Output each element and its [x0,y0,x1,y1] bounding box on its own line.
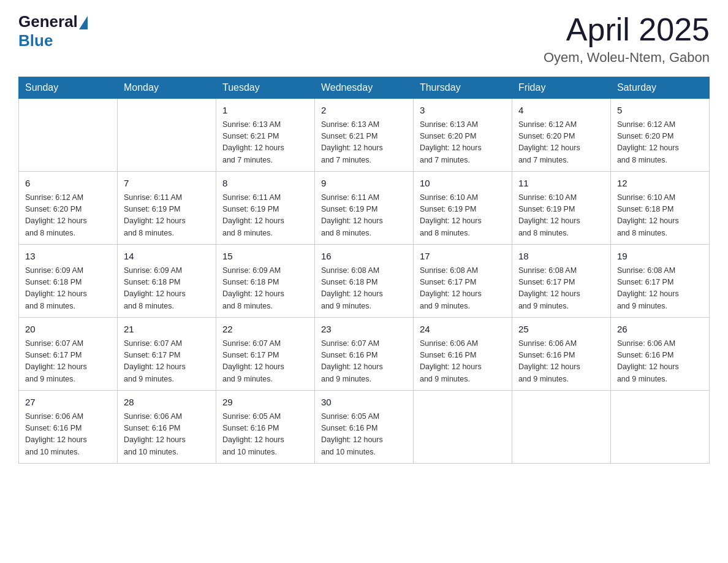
day-info: Sunrise: 6:08 AM Sunset: 6:17 PM Dayligh… [617,265,703,313]
calendar-cell: 5Sunrise: 6:12 AM Sunset: 6:20 PM Daylig… [610,99,709,172]
calendar-cell: 2Sunrise: 6:13 AM Sunset: 6:21 PM Daylig… [314,99,413,172]
day-info: Sunrise: 6:12 AM Sunset: 6:20 PM Dayligh… [518,119,604,167]
weekday-header-wednesday: Wednesday [314,77,413,99]
calendar-cell: 21Sunrise: 6:07 AM Sunset: 6:17 PM Dayli… [117,318,216,391]
weekday-header-friday: Friday [512,77,610,99]
day-info: Sunrise: 6:11 AM Sunset: 6:19 PM Dayligh… [222,192,308,240]
day-info: Sunrise: 6:08 AM Sunset: 6:18 PM Dayligh… [321,265,407,313]
day-info: Sunrise: 6:13 AM Sunset: 6:21 PM Dayligh… [321,119,407,167]
calendar-week-row: 13Sunrise: 6:09 AM Sunset: 6:18 PM Dayli… [19,245,710,318]
day-info: Sunrise: 6:05 AM Sunset: 6:16 PM Dayligh… [321,411,407,459]
calendar-cell: 10Sunrise: 6:10 AM Sunset: 6:19 PM Dayli… [413,172,512,245]
day-number: 16 [321,250,407,264]
day-number: 7 [124,177,210,191]
day-number: 14 [124,250,210,264]
day-number: 26 [617,323,703,337]
calendar-cell: 3Sunrise: 6:13 AM Sunset: 6:20 PM Daylig… [413,99,512,172]
calendar-cell: 24Sunrise: 6:06 AM Sunset: 6:16 PM Dayli… [413,318,512,391]
day-number: 6 [25,177,111,191]
calendar-cell: 14Sunrise: 6:09 AM Sunset: 6:18 PM Dayli… [117,245,216,318]
weekday-header-thursday: Thursday [413,77,512,99]
day-info: Sunrise: 6:09 AM Sunset: 6:18 PM Dayligh… [222,265,308,313]
weekday-header-monday: Monday [117,77,216,99]
day-info: Sunrise: 6:05 AM Sunset: 6:16 PM Dayligh… [222,411,308,459]
day-number: 17 [420,250,506,264]
calendar-week-row: 6Sunrise: 6:12 AM Sunset: 6:20 PM Daylig… [19,172,710,245]
day-number: 30 [321,396,407,410]
day-info: Sunrise: 6:08 AM Sunset: 6:17 PM Dayligh… [518,265,604,313]
day-info: Sunrise: 6:13 AM Sunset: 6:21 PM Dayligh… [222,119,308,167]
day-number: 1 [222,104,308,118]
day-number: 20 [25,323,111,337]
day-info: Sunrise: 6:06 AM Sunset: 6:16 PM Dayligh… [124,411,210,459]
calendar-cell: 26Sunrise: 6:06 AM Sunset: 6:16 PM Dayli… [610,318,709,391]
day-info: Sunrise: 6:08 AM Sunset: 6:17 PM Dayligh… [420,265,506,313]
day-number: 23 [321,323,407,337]
day-number: 3 [420,104,506,118]
calendar-cell: 4Sunrise: 6:12 AM Sunset: 6:20 PM Daylig… [512,99,610,172]
day-info: Sunrise: 6:07 AM Sunset: 6:16 PM Dayligh… [321,338,407,386]
calendar-cell: 23Sunrise: 6:07 AM Sunset: 6:16 PM Dayli… [314,318,413,391]
calendar-cell: 22Sunrise: 6:07 AM Sunset: 6:17 PM Dayli… [216,318,314,391]
calendar-cell [413,391,512,464]
day-number: 25 [518,323,604,337]
day-info: Sunrise: 6:06 AM Sunset: 6:16 PM Dayligh… [617,338,703,386]
calendar-cell: 27Sunrise: 6:06 AM Sunset: 6:16 PM Dayli… [19,391,118,464]
calendar-cell: 8Sunrise: 6:11 AM Sunset: 6:19 PM Daylig… [216,172,314,245]
day-number: 4 [518,104,604,118]
calendar-cell: 1Sunrise: 6:13 AM Sunset: 6:21 PM Daylig… [216,99,314,172]
day-info: Sunrise: 6:07 AM Sunset: 6:17 PM Dayligh… [25,338,111,386]
logo-blue-text: Blue [18,31,53,50]
day-info: Sunrise: 6:09 AM Sunset: 6:18 PM Dayligh… [25,265,111,313]
calendar-week-row: 20Sunrise: 6:07 AM Sunset: 6:17 PM Dayli… [19,318,710,391]
weekday-header-sunday: Sunday [19,77,118,99]
day-number: 28 [124,396,210,410]
day-number: 24 [420,323,506,337]
day-number: 5 [617,104,703,118]
day-info: Sunrise: 6:10 AM Sunset: 6:19 PM Dayligh… [518,192,604,240]
logo-triangle-icon [79,16,88,29]
logo-general-text: General [18,12,78,31]
day-number: 18 [518,250,604,264]
calendar-week-row: 27Sunrise: 6:06 AM Sunset: 6:16 PM Dayli… [19,391,710,464]
calendar-cell: 17Sunrise: 6:08 AM Sunset: 6:17 PM Dayli… [413,245,512,318]
month-title: April 2025 [544,12,710,47]
calendar-cell [512,391,610,464]
day-number: 2 [321,104,407,118]
day-info: Sunrise: 6:07 AM Sunset: 6:17 PM Dayligh… [124,338,210,386]
day-number: 12 [617,177,703,191]
day-number: 22 [222,323,308,337]
day-info: Sunrise: 6:13 AM Sunset: 6:20 PM Dayligh… [420,119,506,167]
day-number: 8 [222,177,308,191]
weekday-header-row: SundayMondayTuesdayWednesdayThursdayFrid… [19,77,710,99]
day-info: Sunrise: 6:06 AM Sunset: 6:16 PM Dayligh… [420,338,506,386]
day-info: Sunrise: 6:11 AM Sunset: 6:19 PM Dayligh… [124,192,210,240]
calendar-cell: 15Sunrise: 6:09 AM Sunset: 6:18 PM Dayli… [216,245,314,318]
calendar-cell: 25Sunrise: 6:06 AM Sunset: 6:16 PM Dayli… [512,318,610,391]
calendar-cell: 28Sunrise: 6:06 AM Sunset: 6:16 PM Dayli… [117,391,216,464]
day-info: Sunrise: 6:10 AM Sunset: 6:18 PM Dayligh… [617,192,703,240]
calendar-cell: 16Sunrise: 6:08 AM Sunset: 6:18 PM Dayli… [314,245,413,318]
title-section: April 2025 Oyem, Woleu-Ntem, Gabon [544,12,710,66]
day-number: 15 [222,250,308,264]
calendar-cell: 11Sunrise: 6:10 AM Sunset: 6:19 PM Dayli… [512,172,610,245]
day-number: 10 [420,177,506,191]
calendar-cell [19,99,118,172]
day-number: 21 [124,323,210,337]
day-info: Sunrise: 6:12 AM Sunset: 6:20 PM Dayligh… [25,192,111,240]
calendar-cell: 19Sunrise: 6:08 AM Sunset: 6:17 PM Dayli… [610,245,709,318]
day-info: Sunrise: 6:10 AM Sunset: 6:19 PM Dayligh… [420,192,506,240]
day-info: Sunrise: 6:06 AM Sunset: 6:16 PM Dayligh… [518,338,604,386]
calendar-cell: 29Sunrise: 6:05 AM Sunset: 6:16 PM Dayli… [216,391,314,464]
calendar-cell: 30Sunrise: 6:05 AM Sunset: 6:16 PM Dayli… [314,391,413,464]
day-info: Sunrise: 6:06 AM Sunset: 6:16 PM Dayligh… [25,411,111,459]
day-info: Sunrise: 6:12 AM Sunset: 6:20 PM Dayligh… [617,119,703,167]
calendar-cell: 7Sunrise: 6:11 AM Sunset: 6:19 PM Daylig… [117,172,216,245]
logo: General Blue [18,12,88,50]
calendar-cell: 20Sunrise: 6:07 AM Sunset: 6:17 PM Dayli… [19,318,118,391]
calendar-cell: 9Sunrise: 6:11 AM Sunset: 6:19 PM Daylig… [314,172,413,245]
calendar-cell: 18Sunrise: 6:08 AM Sunset: 6:17 PM Dayli… [512,245,610,318]
day-info: Sunrise: 6:09 AM Sunset: 6:18 PM Dayligh… [124,265,210,313]
day-number: 13 [25,250,111,264]
day-info: Sunrise: 6:11 AM Sunset: 6:19 PM Dayligh… [321,192,407,240]
